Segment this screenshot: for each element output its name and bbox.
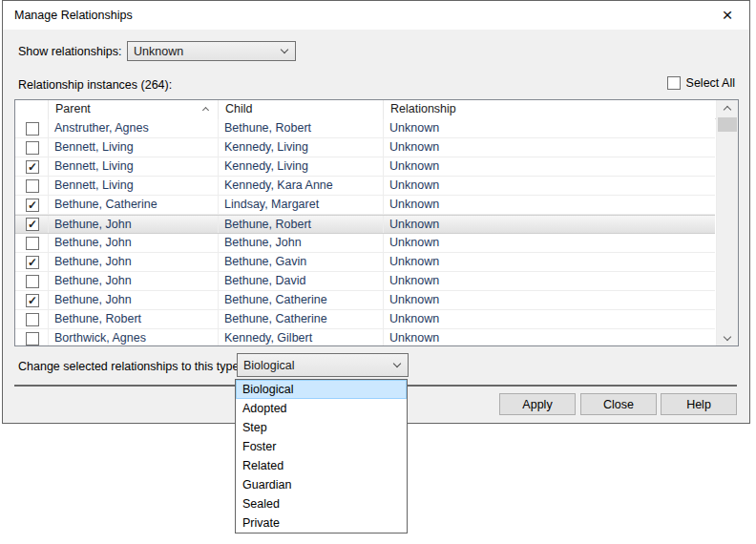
cell-parent: Bethune, Robert (49, 310, 219, 328)
cell-parent: Bethune, Catherine (49, 196, 219, 214)
close-icon: × (722, 5, 732, 25)
cell-relationship: Unknown (384, 216, 715, 233)
table-body: Anstruther, Agnes Bethune, Robert Unknow… (15, 119, 715, 346)
relationship-instances-table: Parent Child Relationship Anstruther, Ag… (14, 99, 739, 346)
cell-parent: Bethune, John (49, 234, 219, 252)
row-checkbox[interactable]: ✓ (26, 256, 39, 269)
scroll-up-button[interactable] (717, 100, 738, 116)
column-header-relationship[interactable]: Relationship (384, 100, 715, 119)
cell-relationship: Unknown (384, 157, 715, 176)
dropdown-option[interactable]: Related (236, 456, 407, 475)
cell-parent: Anstruther, Agnes (49, 119, 219, 137)
table-row[interactable]: Bethune, John Bethune, John Unknown (15, 234, 715, 253)
sort-ascending-icon (202, 107, 209, 114)
cell-relationship: Unknown (384, 291, 715, 309)
apply-button[interactable]: Apply (499, 393, 576, 415)
table-row[interactable]: Bennett, Living Kennedy, Kara Anne Unkno… (15, 177, 715, 196)
row-checkbox[interactable] (26, 237, 39, 250)
cell-parent: Bennett, Living (49, 177, 219, 195)
cell-parent: Bethune, John (49, 216, 219, 233)
change-type-value: Biological (243, 359, 394, 372)
table-row[interactable]: Bennett, Living Kennedy, Living Unknown (15, 138, 715, 157)
show-relationships-select[interactable]: Unknown (127, 41, 296, 61)
checkbox-icon (667, 76, 681, 90)
cell-child: Bethune, Gavin (219, 253, 384, 271)
cell-child: Bethune, Robert (219, 119, 384, 137)
cell-child: Bethune, Robert (219, 216, 384, 233)
select-all-label: Select All (686, 76, 735, 90)
dialog-titlebar: Manage Relationships × (3, 1, 749, 30)
scroll-down-button[interactable] (717, 329, 738, 345)
cell-parent: Borthwick, Agnes (49, 329, 219, 346)
cell-child: Bethune, John (219, 234, 384, 252)
cell-child: Kennedy, Kara Anne (219, 177, 384, 195)
dropdown-option[interactable]: Step (236, 418, 407, 437)
cell-relationship: Unknown (384, 253, 715, 271)
table-row[interactable]: ✓ Bethune, Catherine Lindsay, Margaret U… (15, 196, 715, 215)
screen: Manage Relationships × Show relationship… (0, 0, 756, 544)
column-header-checkbox[interactable] (15, 100, 49, 119)
row-checkbox[interactable] (26, 275, 39, 288)
cell-parent: Bennett, Living (49, 138, 219, 157)
dropdown-option[interactable]: Guardian (236, 475, 407, 494)
select-all-checkbox[interactable]: Select All (667, 76, 735, 90)
instances-count-label: Relationship instances (264): (18, 78, 172, 92)
chevron-up-icon (724, 106, 731, 114)
column-header-parent-label: Parent (55, 102, 91, 115)
cell-relationship: Unknown (384, 310, 715, 328)
cell-relationship: Unknown (384, 119, 715, 137)
cell-relationship: Unknown (384, 329, 715, 346)
table-row[interactable]: Anstruther, Agnes Bethune, Robert Unknow… (15, 119, 715, 138)
cell-relationship: Unknown (384, 234, 715, 252)
column-header-parent[interactable]: Parent (49, 100, 219, 119)
cell-parent: Bethune, John (49, 291, 219, 309)
cell-child: Kennedy, Living (219, 157, 384, 176)
row-checkbox[interactable] (26, 179, 39, 193)
table-row[interactable]: ✓ Bethune, John Bethune, Catherine Unkno… (15, 291, 715, 310)
row-checkbox[interactable] (26, 332, 39, 345)
column-header-child[interactable]: Child (219, 100, 384, 119)
cell-relationship: Unknown (384, 177, 715, 195)
dropdown-option[interactable]: Sealed (236, 494, 407, 513)
dropdown-option[interactable]: Biological (236, 380, 407, 399)
vertical-scrollbar[interactable] (716, 100, 738, 345)
row-checkbox[interactable]: ✓ (26, 218, 39, 231)
cell-child: Bethune, David (219, 272, 384, 290)
row-checkbox[interactable]: ✓ (26, 160, 39, 174)
show-relationships-label: Show relationships: (18, 45, 121, 58)
change-type-select[interactable]: Biological (237, 353, 409, 377)
row-checkbox[interactable]: ✓ (26, 294, 39, 307)
dropdown-option[interactable]: Foster (236, 437, 407, 456)
cell-relationship: Unknown (384, 196, 715, 214)
row-checkbox[interactable] (26, 122, 39, 136)
change-type-dropdown-list: Biological Adopted Step Foster Related G… (235, 379, 408, 534)
scrollbar-thumb[interactable] (718, 117, 737, 132)
dropdown-option[interactable]: Adopted (236, 399, 407, 418)
help-button[interactable]: Help (661, 393, 737, 415)
dropdown-option[interactable]: Private (236, 513, 407, 533)
table-row[interactable]: Bethune, John Bethune, David Unknown (15, 272, 715, 291)
cell-parent: Bethune, John (49, 272, 219, 290)
change-type-label: Change selected relationships to this ty… (18, 360, 242, 373)
close-dialog-button[interactable]: Close (580, 393, 657, 415)
table-row[interactable]: Borthwick, Agnes Kennedy, Gilbert Unknow… (15, 329, 715, 346)
manage-relationships-dialog: Manage Relationships × Show relationship… (2, 0, 750, 424)
close-button[interactable]: × (715, 4, 740, 27)
cell-child: Bethune, Catherine (219, 310, 384, 328)
table-row[interactable]: Bethune, Robert Bethune, Catherine Unkno… (15, 310, 715, 329)
dialog-title: Manage Relationships (14, 1, 133, 30)
chevron-down-icon (724, 332, 731, 340)
cell-parent: Bethune, John (49, 253, 219, 271)
row-checkbox[interactable] (26, 141, 39, 155)
row-checkbox[interactable] (26, 313, 39, 326)
table-row[interactable]: ✓ Bethune, John Bethune, Robert Unknown (15, 215, 715, 234)
cell-parent: Bennett, Living (49, 157, 219, 176)
chevron-down-icon (393, 360, 401, 367)
table-row[interactable]: ✓ Bennett, Living Kennedy, Living Unknow… (15, 157, 715, 177)
cell-relationship: Unknown (384, 272, 715, 290)
cell-child: Bethune, Catherine (219, 291, 384, 309)
cell-relationship: Unknown (384, 138, 715, 157)
cell-child: Kennedy, Living (219, 138, 384, 157)
table-row[interactable]: ✓ Bethune, John Bethune, Gavin Unknown (15, 253, 715, 272)
row-checkbox[interactable]: ✓ (26, 199, 39, 212)
